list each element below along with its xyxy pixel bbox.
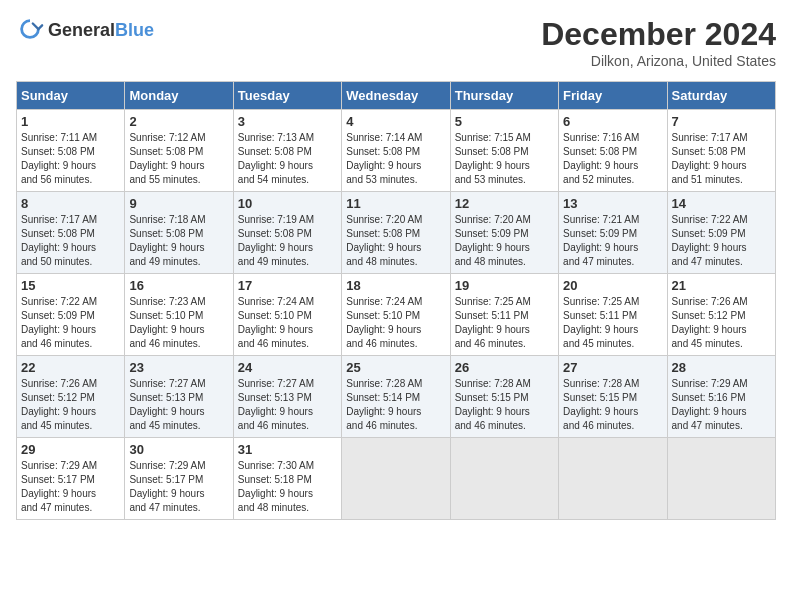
day-number: 24 (238, 360, 337, 375)
month-title: December 2024 (541, 16, 776, 53)
calendar-day-cell: 16 Sunrise: 7:23 AM Sunset: 5:10 PM Dayl… (125, 274, 233, 356)
calendar-week-row: 15 Sunrise: 7:22 AM Sunset: 5:09 PM Dayl… (17, 274, 776, 356)
day-info: Sunrise: 7:29 AM Sunset: 5:16 PM Dayligh… (672, 377, 771, 433)
calendar-day-cell: 1 Sunrise: 7:11 AM Sunset: 5:08 PM Dayli… (17, 110, 125, 192)
day-info: Sunrise: 7:17 AM Sunset: 5:08 PM Dayligh… (672, 131, 771, 187)
weekday-header-row: SundayMondayTuesdayWednesdayThursdayFrid… (17, 82, 776, 110)
day-info: Sunrise: 7:27 AM Sunset: 5:13 PM Dayligh… (129, 377, 228, 433)
day-number: 30 (129, 442, 228, 457)
day-number: 5 (455, 114, 554, 129)
calendar-day-cell: 28 Sunrise: 7:29 AM Sunset: 5:16 PM Dayl… (667, 356, 775, 438)
day-info: Sunrise: 7:28 AM Sunset: 5:15 PM Dayligh… (455, 377, 554, 433)
day-info: Sunrise: 7:22 AM Sunset: 5:09 PM Dayligh… (672, 213, 771, 269)
calendar-day-cell: 10 Sunrise: 7:19 AM Sunset: 5:08 PM Dayl… (233, 192, 341, 274)
day-number: 15 (21, 278, 120, 293)
day-info: Sunrise: 7:28 AM Sunset: 5:14 PM Dayligh… (346, 377, 445, 433)
day-number: 1 (21, 114, 120, 129)
calendar-day-cell: 12 Sunrise: 7:20 AM Sunset: 5:09 PM Dayl… (450, 192, 558, 274)
calendar-day-cell: 17 Sunrise: 7:24 AM Sunset: 5:10 PM Dayl… (233, 274, 341, 356)
logo-general-text: General (48, 21, 115, 39)
day-number: 11 (346, 196, 445, 211)
calendar-day-cell: 5 Sunrise: 7:15 AM Sunset: 5:08 PM Dayli… (450, 110, 558, 192)
day-info: Sunrise: 7:25 AM Sunset: 5:11 PM Dayligh… (455, 295, 554, 351)
logo: General Blue (16, 16, 154, 44)
day-number: 20 (563, 278, 662, 293)
day-info: Sunrise: 7:17 AM Sunset: 5:08 PM Dayligh… (21, 213, 120, 269)
weekday-header-cell: Wednesday (342, 82, 450, 110)
day-number: 17 (238, 278, 337, 293)
day-number: 9 (129, 196, 228, 211)
day-number: 6 (563, 114, 662, 129)
day-number: 3 (238, 114, 337, 129)
title-section: December 2024 Dilkon, Arizona, United St… (541, 16, 776, 69)
day-number: 28 (672, 360, 771, 375)
day-info: Sunrise: 7:24 AM Sunset: 5:10 PM Dayligh… (238, 295, 337, 351)
calendar-day-cell: 9 Sunrise: 7:18 AM Sunset: 5:08 PM Dayli… (125, 192, 233, 274)
day-number: 8 (21, 196, 120, 211)
weekday-header-cell: Friday (559, 82, 667, 110)
day-info: Sunrise: 7:13 AM Sunset: 5:08 PM Dayligh… (238, 131, 337, 187)
calendar-day-cell: 2 Sunrise: 7:12 AM Sunset: 5:08 PM Dayli… (125, 110, 233, 192)
calendar-day-cell: 23 Sunrise: 7:27 AM Sunset: 5:13 PM Dayl… (125, 356, 233, 438)
calendar-day-cell: 24 Sunrise: 7:27 AM Sunset: 5:13 PM Dayl… (233, 356, 341, 438)
day-number: 21 (672, 278, 771, 293)
day-info: Sunrise: 7:29 AM Sunset: 5:17 PM Dayligh… (129, 459, 228, 515)
day-info: Sunrise: 7:11 AM Sunset: 5:08 PM Dayligh… (21, 131, 120, 187)
day-info: Sunrise: 7:25 AM Sunset: 5:11 PM Dayligh… (563, 295, 662, 351)
day-info: Sunrise: 7:16 AM Sunset: 5:08 PM Dayligh… (563, 131, 662, 187)
day-info: Sunrise: 7:18 AM Sunset: 5:08 PM Dayligh… (129, 213, 228, 269)
calendar-day-cell: 29 Sunrise: 7:29 AM Sunset: 5:17 PM Dayl… (17, 438, 125, 520)
calendar-day-cell (667, 438, 775, 520)
day-number: 25 (346, 360, 445, 375)
calendar-day-cell: 7 Sunrise: 7:17 AM Sunset: 5:08 PM Dayli… (667, 110, 775, 192)
calendar-day-cell: 31 Sunrise: 7:30 AM Sunset: 5:18 PM Dayl… (233, 438, 341, 520)
page-header: General Blue December 2024 Dilkon, Arizo… (16, 16, 776, 69)
calendar-day-cell: 26 Sunrise: 7:28 AM Sunset: 5:15 PM Dayl… (450, 356, 558, 438)
weekday-header-cell: Saturday (667, 82, 775, 110)
location-title: Dilkon, Arizona, United States (541, 53, 776, 69)
day-info: Sunrise: 7:20 AM Sunset: 5:09 PM Dayligh… (455, 213, 554, 269)
day-number: 29 (21, 442, 120, 457)
day-info: Sunrise: 7:12 AM Sunset: 5:08 PM Dayligh… (129, 131, 228, 187)
day-info: Sunrise: 7:19 AM Sunset: 5:08 PM Dayligh… (238, 213, 337, 269)
day-number: 14 (672, 196, 771, 211)
weekday-header-cell: Monday (125, 82, 233, 110)
day-info: Sunrise: 7:14 AM Sunset: 5:08 PM Dayligh… (346, 131, 445, 187)
calendar-day-cell: 11 Sunrise: 7:20 AM Sunset: 5:08 PM Dayl… (342, 192, 450, 274)
calendar-day-cell (450, 438, 558, 520)
day-info: Sunrise: 7:22 AM Sunset: 5:09 PM Dayligh… (21, 295, 120, 351)
day-number: 18 (346, 278, 445, 293)
day-info: Sunrise: 7:26 AM Sunset: 5:12 PM Dayligh… (672, 295, 771, 351)
calendar-day-cell (342, 438, 450, 520)
calendar-day-cell: 4 Sunrise: 7:14 AM Sunset: 5:08 PM Dayli… (342, 110, 450, 192)
calendar-day-cell: 21 Sunrise: 7:26 AM Sunset: 5:12 PM Dayl… (667, 274, 775, 356)
logo-blue-text: Blue (115, 21, 154, 39)
calendar-day-cell: 22 Sunrise: 7:26 AM Sunset: 5:12 PM Dayl… (17, 356, 125, 438)
calendar-day-cell: 30 Sunrise: 7:29 AM Sunset: 5:17 PM Dayl… (125, 438, 233, 520)
day-number: 13 (563, 196, 662, 211)
day-info: Sunrise: 7:20 AM Sunset: 5:08 PM Dayligh… (346, 213, 445, 269)
day-number: 4 (346, 114, 445, 129)
calendar-table: SundayMondayTuesdayWednesdayThursdayFrid… (16, 81, 776, 520)
calendar-week-row: 1 Sunrise: 7:11 AM Sunset: 5:08 PM Dayli… (17, 110, 776, 192)
calendar-day-cell: 14 Sunrise: 7:22 AM Sunset: 5:09 PM Dayl… (667, 192, 775, 274)
calendar-day-cell: 18 Sunrise: 7:24 AM Sunset: 5:10 PM Dayl… (342, 274, 450, 356)
day-info: Sunrise: 7:15 AM Sunset: 5:08 PM Dayligh… (455, 131, 554, 187)
day-number: 7 (672, 114, 771, 129)
weekday-header-cell: Tuesday (233, 82, 341, 110)
calendar-day-cell: 20 Sunrise: 7:25 AM Sunset: 5:11 PM Dayl… (559, 274, 667, 356)
calendar-week-row: 8 Sunrise: 7:17 AM Sunset: 5:08 PM Dayli… (17, 192, 776, 274)
day-info: Sunrise: 7:24 AM Sunset: 5:10 PM Dayligh… (346, 295, 445, 351)
calendar-day-cell: 25 Sunrise: 7:28 AM Sunset: 5:14 PM Dayl… (342, 356, 450, 438)
day-info: Sunrise: 7:26 AM Sunset: 5:12 PM Dayligh… (21, 377, 120, 433)
day-info: Sunrise: 7:23 AM Sunset: 5:10 PM Dayligh… (129, 295, 228, 351)
day-info: Sunrise: 7:28 AM Sunset: 5:15 PM Dayligh… (563, 377, 662, 433)
calendar-week-row: 22 Sunrise: 7:26 AM Sunset: 5:12 PM Dayl… (17, 356, 776, 438)
day-number: 2 (129, 114, 228, 129)
day-number: 22 (21, 360, 120, 375)
day-number: 27 (563, 360, 662, 375)
calendar-body: 1 Sunrise: 7:11 AM Sunset: 5:08 PM Dayli… (17, 110, 776, 520)
day-number: 19 (455, 278, 554, 293)
day-number: 26 (455, 360, 554, 375)
day-number: 12 (455, 196, 554, 211)
